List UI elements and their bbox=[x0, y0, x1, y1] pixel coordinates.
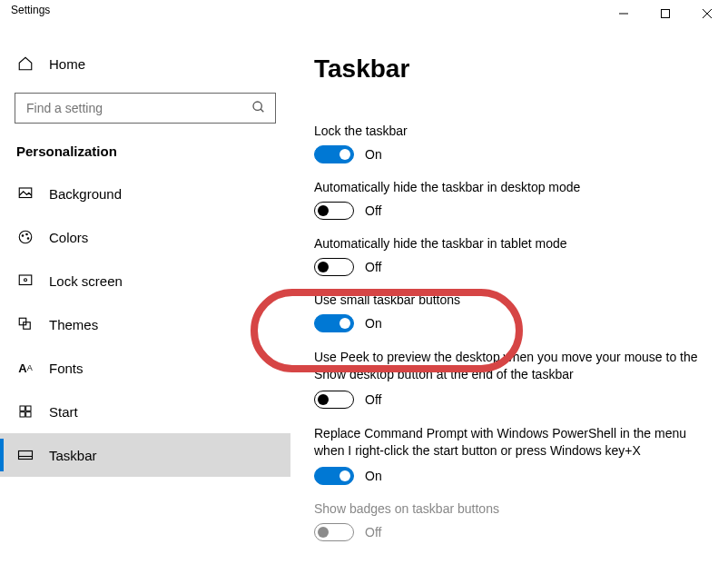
sidebar-item-background[interactable]: Background bbox=[0, 172, 290, 215]
svg-point-7 bbox=[19, 231, 32, 243]
svg-point-4 bbox=[253, 102, 261, 110]
search-input[interactable] bbox=[15, 93, 276, 124]
toggle-state: On bbox=[365, 469, 382, 483]
caption-buttons bbox=[603, 0, 728, 27]
sidebar-item-fonts[interactable]: AA Fonts bbox=[0, 346, 290, 390]
setting-label: Lock the taskbar bbox=[314, 124, 704, 138]
setting-label: Use small taskbar buttons bbox=[314, 292, 704, 307]
page-title: Taskbar bbox=[314, 54, 704, 84]
sidebar-item-taskbar[interactable]: Taskbar bbox=[0, 433, 290, 477]
toggle-powershell[interactable] bbox=[314, 467, 354, 485]
toggle-state: Off bbox=[365, 260, 381, 274]
toggle-state: Off bbox=[365, 525, 381, 539]
maximize-button[interactable] bbox=[644, 0, 686, 27]
close-button[interactable] bbox=[686, 0, 728, 27]
toggle-state: On bbox=[365, 147, 382, 162]
sidebar-item-lockscreen[interactable]: Lock screen bbox=[0, 259, 290, 302]
themes-icon bbox=[16, 315, 34, 333]
minimize-button[interactable] bbox=[603, 0, 644, 27]
setting-small-buttons: Use small taskbar buttons On bbox=[314, 292, 704, 332]
toggle-badges bbox=[314, 523, 354, 541]
sidebar-item-label: Colors bbox=[49, 230, 88, 245]
setting-label: Replace Command Prompt with Windows Powe… bbox=[314, 425, 704, 460]
home-icon bbox=[16, 54, 34, 73]
content-pane: Taskbar Lock the taskbar On Automaticall… bbox=[290, 29, 728, 574]
window-title: Settings bbox=[11, 0, 50, 16]
sidebar-item-label: Themes bbox=[49, 317, 98, 332]
toggle-lock-taskbar[interactable] bbox=[314, 145, 354, 163]
sidebar-item-colors[interactable]: Colors bbox=[0, 215, 290, 259]
sidebar: Home Personalization Background Colors L… bbox=[0, 29, 290, 574]
setting-badges: Show badges on taskbar buttons Off bbox=[314, 501, 704, 541]
svg-point-12 bbox=[25, 279, 27, 282]
svg-rect-17 bbox=[20, 412, 25, 417]
toggle-state: On bbox=[365, 316, 382, 331]
setting-peek: Use Peek to preview the desktop when you… bbox=[314, 349, 704, 409]
palette-icon bbox=[16, 228, 34, 246]
toggle-autohide-desktop[interactable] bbox=[314, 202, 354, 220]
svg-point-8 bbox=[22, 235, 24, 237]
svg-line-5 bbox=[261, 109, 263, 112]
sidebar-item-label: Start bbox=[49, 404, 78, 420]
setting-lock-taskbar: Lock the taskbar On bbox=[314, 124, 704, 163]
svg-rect-18 bbox=[26, 412, 31, 417]
search-icon bbox=[251, 100, 266, 117]
picture-icon bbox=[16, 184, 34, 203]
sidebar-item-label: Lock screen bbox=[49, 273, 123, 289]
svg-rect-19 bbox=[19, 451, 33, 460]
svg-point-9 bbox=[26, 233, 28, 235]
sidebar-item-label: Fonts bbox=[49, 361, 84, 376]
svg-point-10 bbox=[27, 238, 29, 240]
titlebar: Settings bbox=[0, 0, 728, 29]
svg-rect-16 bbox=[26, 406, 31, 411]
sidebar-item-label: Home bbox=[49, 56, 85, 72]
fonts-icon: AA bbox=[16, 359, 34, 377]
setting-label: Show badges on taskbar buttons bbox=[314, 501, 704, 516]
sidebar-item-home[interactable]: Home bbox=[0, 45, 290, 82]
setting-label: Use Peek to preview the desktop when you… bbox=[314, 349, 704, 383]
setting-autohide-desktop: Automatically hide the taskbar in deskto… bbox=[314, 180, 704, 220]
toggle-small-buttons[interactable] bbox=[314, 314, 354, 332]
sidebar-item-label: Taskbar bbox=[49, 448, 97, 463]
setting-label: Automatically hide the taskbar in deskto… bbox=[314, 180, 704, 194]
setting-autohide-tablet: Automatically hide the taskbar in tablet… bbox=[314, 236, 704, 276]
category-header: Personalization bbox=[0, 138, 290, 172]
sidebar-item-start[interactable]: Start bbox=[0, 390, 290, 433]
toggle-state: Off bbox=[365, 392, 381, 407]
svg-rect-15 bbox=[20, 406, 25, 411]
search-field[interactable] bbox=[25, 100, 251, 116]
toggle-peek[interactable] bbox=[314, 391, 354, 409]
svg-rect-11 bbox=[19, 275, 32, 285]
start-icon bbox=[16, 402, 34, 421]
toggle-state: Off bbox=[365, 203, 381, 218]
sidebar-item-themes[interactable]: Themes bbox=[0, 302, 290, 346]
sidebar-item-label: Background bbox=[49, 186, 122, 202]
svg-rect-14 bbox=[24, 322, 31, 330]
setting-label: Automatically hide the taskbar in tablet… bbox=[314, 236, 704, 251]
lockscreen-icon bbox=[16, 272, 34, 290]
svg-rect-1 bbox=[662, 10, 670, 18]
setting-powershell: Replace Command Prompt with Windows Powe… bbox=[314, 425, 704, 485]
svg-rect-13 bbox=[19, 318, 26, 325]
taskbar-icon bbox=[16, 446, 34, 464]
toggle-autohide-tablet[interactable] bbox=[314, 258, 354, 276]
